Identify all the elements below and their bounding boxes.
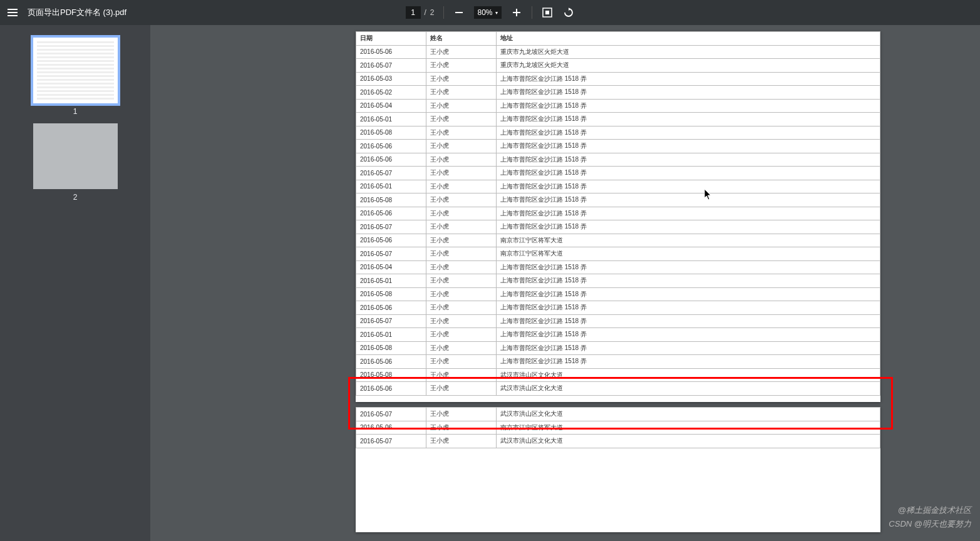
table-cell: 2016-05-06 bbox=[356, 207, 426, 220]
table-cell: 2016-05-08 bbox=[356, 341, 426, 355]
table-cell: 王小虎 bbox=[426, 355, 497, 369]
pdf-viewer[interactable]: 日期 姓名 地址 2016-05-06王小虎重庆市九龙坡区火炬大道2016-05… bbox=[150, 25, 980, 541]
table-cell: 王小虎 bbox=[426, 59, 497, 73]
table-cell: 武汉市洪山区文化大道 bbox=[497, 382, 880, 396]
table-cell: 2016-05-06 bbox=[356, 301, 426, 315]
page-number-input[interactable] bbox=[405, 6, 420, 19]
table-cell: 2016-05-04 bbox=[356, 260, 426, 274]
table-row: 2016-05-08王小虎上海市普陀区金沙江路 1518 弄 bbox=[356, 126, 880, 140]
thumbnail-page-2[interactable] bbox=[33, 123, 118, 189]
page-indicator: / 2 bbox=[405, 6, 434, 19]
table-cell: 2016-05-07 bbox=[356, 435, 426, 448]
pdf-toolbar: 页面导出PDF文件名 (3).pdf / 2 80% ▾ bbox=[0, 0, 980, 25]
table-row: 2016-05-01王小虎上海市普陀区金沙江路 1518 弄 bbox=[356, 274, 880, 288]
table-cell: 2016-05-06 bbox=[356, 355, 426, 369]
table-cell: 上海市普陀区金沙江路 1518 弄 bbox=[497, 99, 880, 113]
page-sep: / bbox=[424, 8, 426, 17]
table-cell: 武汉市洪山区文化大道 bbox=[497, 368, 880, 382]
table-row: 2016-05-04王小虎上海市普陀区金沙江路 1518 弄 bbox=[356, 99, 880, 113]
table-cell: 2016-05-04 bbox=[356, 99, 426, 113]
table-cell: 王小虎 bbox=[426, 153, 497, 167]
table-cell: 王小虎 bbox=[426, 99, 497, 113]
table-cell: 王小虎 bbox=[426, 234, 497, 247]
table-row: 2016-05-06王小虎上海市普陀区金沙江路 1518 弄 bbox=[356, 207, 880, 220]
table-cell: 王小虎 bbox=[426, 301, 497, 315]
table-cell: 2016-05-07 bbox=[356, 314, 426, 328]
table-row: 2016-05-07王小虎上海市普陀区金沙江路 1518 弄 bbox=[356, 314, 880, 328]
table-cell: 上海市普陀区金沙江路 1518 弄 bbox=[497, 341, 880, 355]
table-row: 2016-05-06王小虎南京市江宁区将军大道 bbox=[356, 234, 880, 247]
table-cell: 王小虎 bbox=[426, 140, 497, 153]
divider bbox=[532, 6, 532, 19]
table-cell: 2016-05-07 bbox=[356, 408, 426, 421]
table-row: 2016-05-08王小虎上海市普陀区金沙江路 1518 弄 bbox=[356, 341, 880, 355]
toolbar-center: / 2 80% ▾ bbox=[405, 0, 574, 25]
table-cell: 2016-05-06 bbox=[356, 140, 426, 153]
table-cell: 王小虎 bbox=[426, 368, 497, 382]
table-cell: 武汉市洪山区文化大道 bbox=[497, 408, 880, 421]
table-row: 2016-05-08王小虎武汉市洪山区文化大道 bbox=[356, 368, 880, 382]
table-cell: 2016-05-08 bbox=[356, 287, 426, 301]
zoom-in-button[interactable] bbox=[510, 6, 523, 19]
caret-down-icon: ▾ bbox=[495, 10, 498, 16]
table-cell: 2016-05-01 bbox=[356, 113, 426, 126]
table-cell: 2016-05-01 bbox=[356, 328, 426, 342]
table-row: 2016-05-06王小虎南京市江宁区将军大道 bbox=[356, 421, 880, 435]
table-cell: 2016-05-06 bbox=[356, 234, 426, 247]
table-cell: 2016-05-08 bbox=[356, 126, 426, 140]
table-cell: 2016-05-01 bbox=[356, 180, 426, 193]
table-cell: 王小虎 bbox=[426, 193, 497, 207]
file-title: 页面导出PDF文件名 (3).pdf bbox=[28, 7, 126, 18]
table-cell: 2016-05-07 bbox=[356, 59, 426, 73]
table-cell: 2016-05-06 bbox=[356, 382, 426, 396]
table-row: 2016-05-02王小虎上海市普陀区金沙江路 1518 弄 bbox=[356, 86, 880, 100]
table-row: 2016-05-07王小虎上海市普陀区金沙江路 1518 弄 bbox=[356, 220, 880, 234]
pdf-page-2: 2016-05-07王小虎武汉市洪山区文化大道2016-05-06王小虎南京市江… bbox=[356, 407, 880, 532]
svg-rect-2 bbox=[516, 9, 517, 16]
table-cell: 重庆市九龙坡区火炬大道 bbox=[497, 59, 880, 73]
data-table-1: 日期 姓名 地址 2016-05-06王小虎重庆市九龙坡区火炬大道2016-05… bbox=[356, 31, 880, 396]
table-cell: 上海市普陀区金沙江路 1518 弄 bbox=[497, 72, 880, 86]
table-header-row: 日期 姓名 地址 bbox=[356, 32, 880, 46]
table-cell: 王小虎 bbox=[426, 274, 497, 288]
table-cell: 王小虎 bbox=[426, 314, 497, 328]
plus-icon bbox=[512, 8, 521, 17]
table-cell: 上海市普陀区金沙江路 1518 弄 bbox=[497, 140, 880, 153]
table-cell: 2016-05-01 bbox=[356, 274, 426, 288]
table-cell: 2016-05-07 bbox=[356, 167, 426, 180]
table-cell: 王小虎 bbox=[426, 341, 497, 355]
fit-page-icon bbox=[542, 8, 552, 18]
table-cell: 上海市普陀区金沙江路 1518 弄 bbox=[497, 355, 880, 369]
table-cell: 王小虎 bbox=[426, 408, 497, 421]
table-row: 2016-05-01王小虎上海市普陀区金沙江路 1518 弄 bbox=[356, 180, 880, 193]
table-cell: 上海市普陀区金沙江路 1518 弄 bbox=[497, 274, 880, 288]
table-cell: 上海市普陀区金沙江路 1518 弄 bbox=[497, 301, 880, 315]
table-cell: 上海市普陀区金沙江路 1518 弄 bbox=[497, 207, 880, 220]
pdf-page-1: 日期 姓名 地址 2016-05-06王小虎重庆市九龙坡区火炬大道2016-05… bbox=[356, 31, 880, 402]
table-cell: 王小虎 bbox=[426, 167, 497, 180]
table-row: 2016-05-06王小虎重庆市九龙坡区火炬大道 bbox=[356, 45, 880, 59]
table-cell: 上海市普陀区金沙江路 1518 弄 bbox=[497, 193, 880, 207]
table-cell: 南京市江宁区将军大道 bbox=[497, 421, 880, 435]
svg-rect-0 bbox=[455, 12, 463, 13]
fit-page-button[interactable] bbox=[541, 6, 554, 19]
table-cell: 2016-05-06 bbox=[356, 153, 426, 167]
table-row: 2016-05-06王小虎上海市普陀区金沙江路 1518 弄 bbox=[356, 301, 880, 315]
table-row: 2016-05-07王小虎武汉市洪山区文化大道 bbox=[356, 435, 880, 448]
table-cell: 上海市普陀区金沙江路 1518 弄 bbox=[497, 126, 880, 140]
table-cell: 上海市普陀区金沙江路 1518 弄 bbox=[497, 153, 880, 167]
rotate-button[interactable] bbox=[562, 6, 575, 19]
menu-icon[interactable] bbox=[0, 0, 25, 25]
table-row: 2016-05-01王小虎上海市普陀区金沙江路 1518 弄 bbox=[356, 113, 880, 126]
table-cell: 上海市普陀区金沙江路 1518 弄 bbox=[497, 86, 880, 100]
zoom-level[interactable]: 80% ▾ bbox=[474, 6, 502, 19]
table-row: 2016-05-04王小虎上海市普陀区金沙江路 1518 弄 bbox=[356, 260, 880, 274]
table-row: 2016-05-01王小虎上海市普陀区金沙江路 1518 弄 bbox=[356, 328, 880, 342]
table-cell: 上海市普陀区金沙江路 1518 弄 bbox=[497, 328, 880, 342]
zoom-out-button[interactable] bbox=[453, 6, 465, 19]
table-cell: 王小虎 bbox=[426, 328, 497, 342]
thumbnail-page-1[interactable] bbox=[33, 38, 118, 103]
table-cell: 王小虎 bbox=[426, 86, 497, 100]
table-cell: 2016-05-03 bbox=[356, 72, 426, 86]
table-cell: 2016-05-08 bbox=[356, 193, 426, 207]
